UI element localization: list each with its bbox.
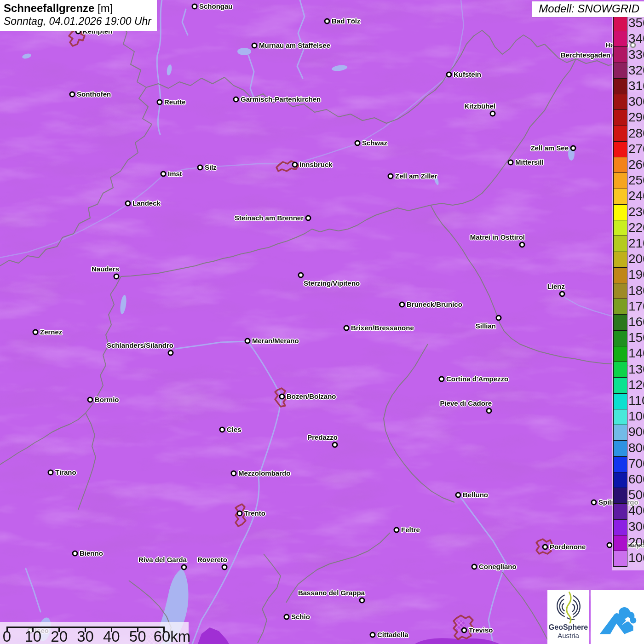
- city-marker: [237, 511, 243, 517]
- city-marker: [284, 614, 290, 620]
- city-label: Zernez: [40, 328, 62, 337]
- city-marker: [114, 274, 120, 280]
- city-marker: [344, 325, 350, 331]
- city-label: Mittersill: [515, 158, 544, 167]
- legend-color-1600: [614, 315, 627, 330]
- city-marker: [472, 564, 477, 570]
- legend-color-1100: [614, 394, 627, 409]
- city-label: Sonthofen: [77, 90, 111, 99]
- city-label: Bormio: [95, 395, 119, 404]
- legend-value: 1000: [628, 408, 644, 424]
- city-marker: [355, 140, 361, 146]
- city-label: Garmisch-Partenkirchen: [241, 95, 321, 104]
- legend-color-2200: [614, 220, 627, 236]
- legend-value: 1800: [628, 283, 644, 299]
- legend-color-2500: [614, 173, 627, 189]
- legend-colorbar: [613, 15, 627, 567]
- city-label: Matrei in Osttirol: [470, 233, 525, 242]
- title-datetime: Sonntag, 04.01.2026 19:00 Uhr: [4, 15, 151, 28]
- legend-color-600: [614, 472, 627, 488]
- legend-color-1900: [614, 268, 627, 283]
- city-label: Conegliano: [479, 562, 517, 571]
- city-marker: [69, 92, 75, 98]
- city-marker: [219, 427, 225, 433]
- legend-color-3000: [614, 94, 627, 110]
- legend-color-800: [614, 441, 627, 456]
- legend-value: 900: [628, 424, 644, 440]
- scalebar-label: 60km: [154, 628, 191, 644]
- city-label: Cles: [227, 425, 242, 434]
- legend-value: 3300: [628, 47, 644, 63]
- legend-value: 2800: [628, 126, 644, 141]
- map-scalebar: 0102030405060km: [0, 622, 189, 644]
- legend-value: 800: [628, 440, 644, 456]
- legend-color-3300: [614, 47, 627, 63]
- city-label: Steinach am Brenner: [235, 213, 304, 223]
- legend-color-2300: [614, 205, 627, 220]
- city-label: Cittadella: [377, 630, 408, 639]
- city-label: Kitzbühel: [465, 102, 496, 111]
- city-marker: [490, 111, 496, 117]
- legend-value: 3000: [628, 94, 644, 109]
- city-marker: [252, 43, 258, 49]
- title-unit: [m]: [98, 2, 113, 14]
- legend-value: 2000: [628, 251, 644, 267]
- legend-color-1300: [614, 362, 627, 378]
- city-marker: [559, 291, 565, 297]
- city-marker: [125, 201, 131, 207]
- legend-color-2700: [614, 142, 627, 157]
- city-marker: [332, 442, 338, 448]
- city-marker: [446, 72, 452, 78]
- city-marker: [496, 315, 502, 321]
- city-marker: [542, 544, 548, 550]
- legend-color-1800: [614, 283, 627, 299]
- city-marker: [486, 408, 492, 414]
- title-box: Schneefallgrenze [m] Sonntag, 04.01.2026…: [0, 0, 157, 31]
- city-label: Predazzo: [307, 433, 338, 442]
- legend-value: 700: [628, 456, 644, 472]
- geosphere-logo-subtext: Austria: [558, 632, 579, 639]
- city-label: Belluno: [463, 490, 488, 500]
- legend-color-100: [614, 551, 627, 566]
- city-label: Bruneck/Brunico: [407, 300, 462, 309]
- legend-value: 3500: [628, 15, 644, 31]
- city-layer: SchongauBad TölzKemptenMurnau am Staffel…: [0, 0, 644, 644]
- city-label: Mezzolombardo: [238, 469, 290, 478]
- legend-color-3500: [614, 16, 627, 31]
- legend-color-3200: [614, 63, 627, 79]
- city-label: Nauders: [92, 264, 119, 274]
- city-label: Reutte: [164, 98, 186, 107]
- city-label: Cortina d'Ampezzo: [446, 374, 508, 384]
- legend-value: 400: [628, 503, 644, 518]
- city-label: Lienz: [547, 282, 565, 291]
- legend-value: 1400: [628, 345, 644, 361]
- city-label: Brixen/Bressanone: [351, 323, 414, 333]
- model-label: Modell: SNOWGRID: [532, 1, 644, 17]
- city-label: Zell am See: [530, 144, 569, 153]
- scalebar-label: 20: [51, 628, 68, 644]
- legend-value: 1900: [628, 267, 644, 282]
- city-marker: [192, 4, 198, 10]
- city-marker: [399, 302, 405, 308]
- legend-value: 3400: [628, 31, 644, 46]
- city-marker: [222, 564, 228, 570]
- legend-color-2600: [614, 157, 627, 173]
- city-marker: [279, 394, 285, 400]
- city-marker: [298, 272, 304, 278]
- title-parameter: Schneefallgrenze: [4, 2, 94, 14]
- legend-value: 2400: [628, 188, 644, 204]
- geosphere-logo-text: GeoSphere: [549, 623, 588, 632]
- legend-value: 2100: [628, 236, 644, 251]
- legend-value: 3200: [628, 63, 644, 78]
- legend-color-700: [614, 457, 627, 472]
- city-marker: [157, 99, 163, 105]
- city-label: Schlanders/Silandro: [107, 341, 173, 350]
- geosphere-contour-icon: [551, 590, 586, 624]
- legend-value: 1500: [628, 330, 644, 345]
- legend-value: 2600: [628, 157, 644, 172]
- city-marker: [197, 165, 203, 171]
- city-label: Trento: [244, 509, 265, 518]
- legend-value: 1100: [628, 393, 644, 408]
- legend-color-1200: [614, 378, 627, 393]
- legend-color-2800: [614, 126, 627, 142]
